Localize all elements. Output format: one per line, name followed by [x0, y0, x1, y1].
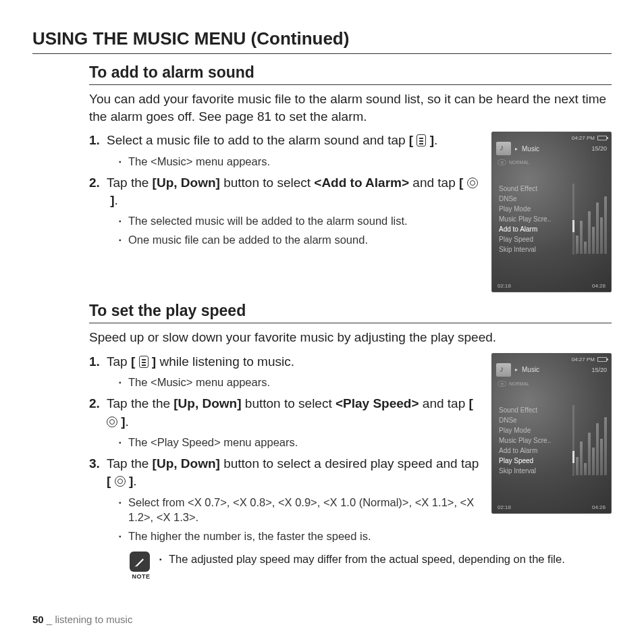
device-menu-item: Sound Effect — [499, 405, 572, 415]
device-menu-item: Sound Effect — [499, 184, 572, 194]
sec2-step2-sub1: The <Play Speed> menu appears. — [119, 435, 483, 450]
device-menu-item: Add to Alarm — [499, 224, 572, 234]
device-menu-item: Play Mode — [499, 425, 572, 435]
device-menu-item: DNSe — [499, 194, 572, 204]
sec1-step2-sub2: One music file can be added to the alarm… — [119, 232, 483, 247]
music-icon — [496, 142, 511, 155]
menu-icon — [417, 134, 426, 146]
music-icon — [496, 363, 511, 377]
sec2-step3: 3. Tap the [Up, Down] button to select a… — [89, 455, 483, 543]
sec2-step1: 1. Tap [ ] while listening to music. The… — [89, 353, 483, 390]
device-menu-item: Skip Interval — [499, 466, 572, 476]
page-title: USING THE MUSIC MENU (Continued) — [32, 28, 612, 54]
sec1-step2: 2. Tap the [Up, Down] button to select <… — [89, 174, 483, 248]
section2-intro: Speed up or slow down your favorite musi… — [89, 329, 612, 346]
sec2-step3-sub2: The higher the number is, the faster the… — [119, 529, 483, 543]
sec1-step1: 1. Select a music file to add to the ala… — [89, 132, 483, 168]
select-icon — [467, 178, 478, 188]
select-icon — [115, 476, 126, 487]
sec2-step1-sub1: The <Music> menu appears. — [119, 375, 483, 390]
device-screenshot-speed: 04:27 PM▸Music15/20⟲NORMALSound EffectDN… — [491, 353, 612, 514]
device-menu-item: Play Speed — [499, 234, 572, 244]
sec1-step2-sub1: The selected music will be added to the … — [119, 213, 483, 228]
sec1-step1-sub1: The <Music> menu appears. — [119, 154, 483, 169]
menu-icon — [139, 356, 149, 368]
device-menu-item: Add to Alarm — [499, 446, 572, 456]
note-icon: NOTE — [130, 552, 153, 580]
section-heading-alarm: To add to alarm sound — [89, 63, 612, 85]
section1-intro: You can add your favorite music file to … — [89, 90, 612, 125]
device-screenshot-alarm: 04:27 PM▸Music15/20⟲NORMALSound EffectDN… — [491, 132, 612, 292]
device-menu-item: DNSe — [499, 415, 572, 425]
device-menu-item: Play Mode — [499, 204, 572, 214]
section-heading-speed: To set the play speed — [89, 302, 612, 323]
device-menu-item: Skip Interval — [499, 244, 572, 254]
sec2-step2: 2. Tap the the [Up, Down] button to sele… — [89, 395, 483, 450]
device-menu-item: Music Play Scre.. — [499, 214, 572, 224]
device-menu-item: Play Speed — [499, 456, 572, 466]
page-footer: 50 _ listening to music — [32, 614, 132, 625]
note-text: The adjusted play speed may differ from … — [159, 552, 612, 566]
sec2-step3-sub1: Select from <X 0.7>, <X 0.8>, <X 0.9>, <… — [119, 495, 483, 525]
device-menu-item: Music Play Scre.. — [499, 435, 572, 446]
select-icon — [107, 417, 117, 427]
